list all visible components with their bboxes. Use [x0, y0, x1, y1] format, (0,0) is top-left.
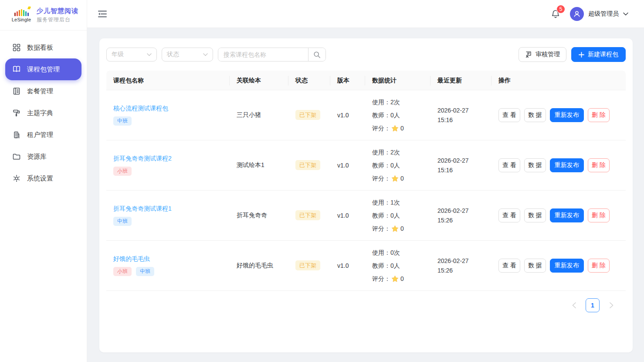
menu-fold-icon[interactable] — [98, 10, 107, 18]
sidebar-item-plans[interactable]: 套餐管理 — [5, 80, 81, 102]
updated-date: 2026-02-27 — [437, 106, 485, 115]
version-cell: v1.0 — [330, 262, 365, 269]
lesingle-logo-icon: LeSingle — [11, 8, 31, 22]
republish-button[interactable]: 重新发布 — [550, 208, 584, 222]
rating-label: 评分： — [372, 222, 390, 235]
sidebar-item-dashboard[interactable]: 数据看板 — [5, 37, 81, 58]
notification-badge: 5 — [557, 5, 565, 13]
chevron-down-icon — [623, 12, 628, 16]
view-button[interactable]: 查 看 — [498, 158, 520, 172]
data-button[interactable]: 数 据 — [524, 208, 546, 222]
sidebar-item-label: 套餐管理 — [27, 87, 53, 96]
teachers-value: 0人 — [390, 159, 400, 172]
grade-tags: 中班 — [113, 116, 223, 125]
grade-tags: 中班 — [113, 217, 223, 225]
delete-button[interactable]: 删 除 — [588, 208, 610, 222]
create-package-label: 新建课程包 — [588, 51, 618, 58]
grade-tag: 小班 — [113, 167, 132, 175]
audit-manage-label: 审核管理 — [536, 51, 560, 58]
status-badge: 已下架 — [295, 160, 320, 170]
teachers-value: 0人 — [390, 209, 400, 222]
column-header: 版本 — [330, 71, 365, 90]
package-name-link[interactable]: 核心流程测试课程包 — [113, 105, 168, 113]
sidebar-item-course-packages[interactable]: 课程包管理 — [5, 58, 81, 80]
actions-cell: 查 看 数 据 重新发布 删 除 — [491, 158, 626, 172]
package-name-link[interactable]: 折耳兔奇奇测试课程2 — [113, 155, 172, 163]
package-name-cell: 核心流程测试课程包 中班 — [106, 105, 230, 125]
view-button[interactable]: 查 看 — [498, 259, 520, 273]
updated-cell: 2026-02-27 15:16 — [430, 156, 491, 175]
sidebar: LeSingle 少儿智慧阅读 服务管理后台 数据看板 课程包管理 套餐管理 — [0, 0, 87, 362]
republish-button[interactable]: 重新发布 — [550, 158, 584, 172]
delete-button[interactable]: 删 除 — [588, 108, 610, 122]
teachers-label: 教师： — [372, 159, 390, 172]
tenant-icon — [12, 130, 21, 139]
avatar — [570, 7, 584, 21]
grade-select-placeholder: 年级 — [112, 51, 124, 58]
data-button[interactable]: 数 据 — [524, 259, 546, 273]
data-button[interactable]: 数 据 — [524, 108, 546, 122]
column-header: 操作 — [491, 71, 626, 90]
usage-label: 使用： — [372, 96, 390, 109]
status-badge: 已下架 — [295, 210, 320, 220]
grade-tag: 中班 — [113, 116, 132, 125]
user-menu[interactable]: 超级管理员 — [570, 7, 628, 21]
rating-label: 评分： — [372, 122, 390, 135]
updated-cell: 2026-02-27 15:26 — [430, 256, 491, 275]
sidebar-menu: 数据看板 课程包管理 套餐管理 主题字典 租户管理 资源库 — [0, 31, 87, 195]
search-input[interactable] — [218, 48, 308, 61]
view-button[interactable]: 查 看 — [498, 208, 520, 222]
audit-icon — [525, 51, 532, 58]
grade-tags: 小班 — [113, 167, 223, 175]
sidebar-item-theme-dictionary[interactable]: 主题字典 — [5, 102, 81, 124]
star-icon — [391, 125, 399, 132]
sidebar-item-label: 数据看板 — [27, 44, 53, 52]
table-row: 好饿的毛毛虫 小班中班 好饿的毛毛虫 已下架 v1.0 使用：0次 教师：0人 … — [106, 241, 626, 291]
sidebar-item-resources[interactable]: 资源库 — [5, 146, 81, 167]
usage-value: 1次 — [390, 196, 400, 209]
app-title: 少儿智慧阅读 — [37, 7, 78, 15]
course-package-card: 年级 状态 — [99, 38, 633, 352]
republish-button[interactable]: 重新发布 — [550, 108, 584, 122]
package-name-link[interactable]: 折耳兔奇奇测试课程1 — [113, 205, 172, 213]
table-body: 核心流程测试课程包 中班 三只小猪 已下架 v1.0 使用：2次 教师：0人 评… — [106, 90, 626, 291]
column-header: 数据统计 — [365, 71, 430, 90]
search-button[interactable] — [308, 48, 325, 61]
package-name-link[interactable]: 好饿的毛毛虫 — [113, 255, 150, 263]
table-row: 折耳兔奇奇测试课程1 中班 折耳兔奇奇 已下架 v1.0 使用：1次 教师：0人… — [106, 191, 626, 241]
updated-date: 2026-02-27 — [437, 156, 485, 165]
delete-button[interactable]: 删 除 — [588, 158, 610, 172]
logo-word: LeSingle — [12, 17, 31, 22]
package-name-cell: 折耳兔奇奇测试课程2 小班 — [106, 155, 230, 175]
view-button[interactable]: 查 看 — [498, 108, 520, 122]
notification-bell[interactable]: 5 — [551, 9, 560, 19]
status-select[interactable]: 状态 — [162, 48, 213, 61]
prev-page-icon[interactable] — [567, 299, 580, 312]
rating-value: 0 — [400, 172, 404, 185]
sidebar-item-label: 主题字典 — [27, 109, 53, 117]
actions-cell: 查 看 数 据 重新发布 删 除 — [491, 259, 626, 273]
create-package-button[interactable]: 新建课程包 — [571, 47, 626, 62]
theme-dict-icon — [12, 109, 21, 117]
stats-cell: 使用：2次 教师：0人 评分： 0 — [365, 96, 430, 135]
data-button[interactable]: 数 据 — [524, 158, 546, 172]
content-area: 年级 状态 — [87, 28, 644, 362]
usage-value: 0次 — [390, 246, 400, 259]
user-icon — [573, 10, 581, 18]
plus-icon — [579, 52, 584, 58]
star-icon — [391, 275, 399, 283]
package-icon — [12, 87, 21, 96]
column-header: 状态 — [288, 71, 330, 90]
delete-button[interactable]: 删 除 — [588, 259, 610, 273]
book-cell: 折耳兔奇奇 — [230, 212, 288, 219]
grade-select[interactable]: 年级 — [106, 48, 157, 61]
republish-button[interactable]: 重新发布 — [550, 259, 584, 273]
sidebar-item-tenants[interactable]: 租户管理 — [5, 124, 81, 146]
sidebar-item-settings[interactable]: 系统设置 — [5, 167, 81, 189]
page-number[interactable]: 1 — [586, 298, 600, 312]
chevron-down-icon — [147, 53, 152, 56]
audit-manage-button[interactable]: 审核管理 — [519, 47, 566, 62]
app-subtitle: 服务管理后台 — [37, 16, 78, 24]
column-header: 最近更新 — [430, 71, 491, 90]
next-page-icon[interactable] — [605, 299, 618, 312]
